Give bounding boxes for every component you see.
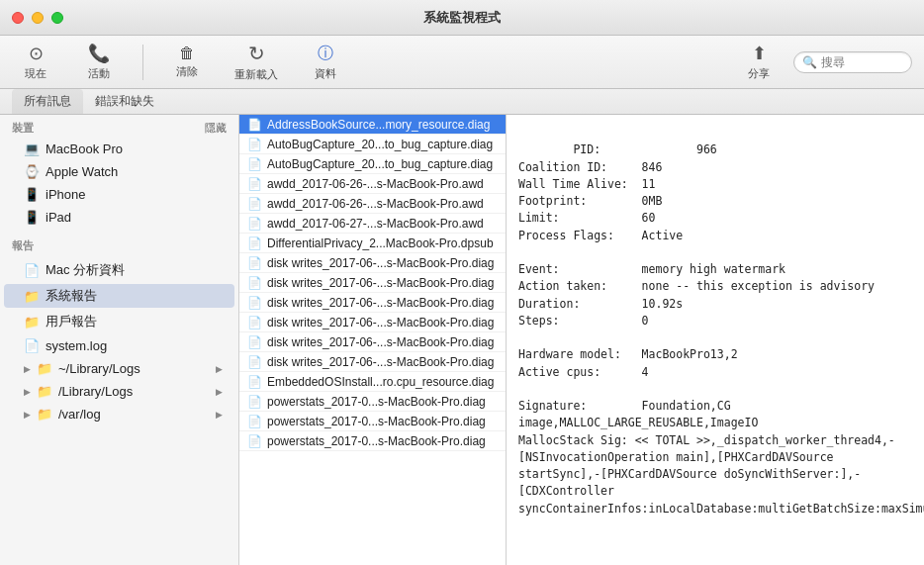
sidebar-library-logs-label: /Library/Logs [58, 384, 210, 399]
file-item-16[interactable]: 📄 powerstats_2017-0...s-MacBook-Pro.diag [239, 412, 506, 431]
minimize-button[interactable] [32, 12, 44, 24]
file-icon-16: 📄 [247, 415, 262, 428]
file-icon-8: 📄 [247, 256, 262, 270]
file-item-4[interactable]: 📄 awdd_2017-06-26-...s-MacBook-Pro.awd [239, 174, 506, 194]
window-controls [12, 12, 63, 24]
close-button[interactable] [12, 12, 24, 24]
library-logs-expand-icon: ▶ [24, 387, 31, 397]
sidebar-item-library-logs-user[interactable]: ▶ 📁 ~/Library/Logs [4, 358, 234, 379]
share-button[interactable]: ⬆ 分享 [740, 39, 778, 85]
file-name-15: powerstats_2017-0...s-MacBook-Pro.diag [267, 395, 486, 409]
content-area: 📄 AddressBookSource...mory_resource.diag… [239, 115, 924, 565]
sidebar-library-logs-user-label: ~/Library/Logs [58, 361, 210, 376]
file-icon-11: 📄 [247, 316, 262, 330]
file-icon-1: 📄 [247, 118, 262, 132]
activity-label: 活動 [88, 66, 110, 81]
file-name-12: disk writes_2017-06-...s-MacBook-Pro.dia… [267, 335, 494, 349]
sidebar-item-system-report[interactable]: 📁 系統報告 [4, 284, 234, 308]
file-name-13: disk writes_2017-06-...s-MacBook-Pro.dia… [267, 355, 494, 369]
sidebar-system-log-label: system.log [46, 338, 223, 353]
titlebar: 系統監視程式 [0, 0, 924, 36]
library-logs-user-expand-icon: ▶ [24, 364, 31, 374]
sidebar-var-log-label: /var/log [58, 407, 210, 422]
sidebar-item-library-logs[interactable]: ▶ 📁 /Library/Logs [4, 381, 234, 402]
search-box[interactable]: 🔍 [793, 51, 912, 73]
tab-all-messages[interactable]: 所有訊息 [12, 89, 83, 114]
library-logs-user-icon: 📁 [37, 361, 52, 376]
file-item-3[interactable]: 📄 AutoBugCapture_20...to_bug_capture.dia… [239, 154, 506, 174]
maximize-button[interactable] [51, 12, 63, 24]
file-icon-7: 📄 [247, 236, 262, 250]
file-name-16: powerstats_2017-0...s-MacBook-Pro.diag [267, 415, 486, 428]
clear-label: 清除 [176, 64, 198, 79]
reload-button[interactable]: ↻ 重新載入 [227, 38, 286, 86]
sidebar-item-ipad[interactable]: 📱 iPad [4, 207, 234, 228]
file-name-14: EmbeddedOSInstall...ro.cpu_resource.diag [267, 375, 494, 389]
file-item-11[interactable]: 📄 disk writes_2017-06-...s-MacBook-Pro.d… [239, 313, 506, 332]
system-log-icon: 📄 [24, 338, 40, 353]
file-item-9[interactable]: 📄 disk writes_2017-06-...s-MacBook-Pro.d… [239, 273, 506, 293]
sidebar-item-iphone[interactable]: 📱 iPhone [4, 184, 234, 205]
window-title: 系統監視程式 [423, 9, 501, 27]
file-item-14[interactable]: 📄 EmbeddedOSInstall...ro.cpu_resource.di… [239, 372, 506, 392]
search-input[interactable] [821, 55, 900, 69]
file-item-17[interactable]: 📄 powerstats_2017-0...s-MacBook-Pro.diag [239, 431, 506, 451]
sidebar-item-var-log[interactable]: ▶ 📁 /var/log [4, 404, 234, 424]
file-icon-9: 📄 [247, 276, 262, 290]
file-item-13[interactable]: 📄 disk writes_2017-06-...s-MacBook-Pro.d… [239, 352, 506, 372]
file-item-1[interactable]: 📄 AddressBookSource...mory_resource.diag [239, 115, 506, 135]
file-item-2[interactable]: 📄 AutoBugCapture_20...to_bug_capture.dia… [239, 135, 506, 154]
ipad-icon: 📱 [24, 210, 40, 225]
now-button[interactable]: ⊙ 現在 [12, 39, 59, 85]
file-item-6[interactable]: 📄 awdd_2017-06-27-...s-MacBook-Pro.awd [239, 214, 506, 234]
file-icon-6: 📄 [247, 217, 262, 231]
file-name-9: disk writes_2017-06-...s-MacBook-Pro.dia… [267, 276, 494, 290]
sidebar-item-macbook[interactable]: 💻 MacBook Pro [4, 139, 234, 159]
sidebar-system-report-label: 系統報告 [46, 287, 223, 305]
sidebar-item-apple-watch[interactable]: ⌚ Apple Watch [4, 161, 234, 182]
sidebar-mac-analysis-label: Mac 分析資料 [46, 261, 223, 279]
file-name-10: disk writes_2017-06-...s-MacBook-Pro.dia… [267, 296, 494, 310]
file-icon-17: 📄 [247, 434, 262, 448]
sidebar: 裝置 隱藏 💻 MacBook Pro ⌚ Apple Watch 📱 iPho… [0, 115, 239, 565]
reload-icon: ↻ [248, 42, 265, 65]
sidebar-col-hide: 隱藏 [205, 121, 227, 136]
toolbar-separator-1 [142, 45, 143, 80]
user-report-icon: 📁 [24, 315, 40, 330]
sidebar-ipad-label: iPad [46, 210, 223, 225]
now-icon: ⊙ [29, 43, 44, 64]
file-name-8: disk writes_2017-06-...s-MacBook-Pro.dia… [267, 256, 494, 270]
library-logs-icon: 📁 [37, 384, 52, 399]
share-icon: ⬆ [752, 43, 767, 64]
file-name-7: DifferentialPrivacy_2...MacBook-Pro.dpsu… [267, 236, 494, 250]
now-label: 現在 [25, 66, 46, 81]
activity-button[interactable]: 📞 活動 [75, 39, 123, 85]
sidebar-section-reports: 報告 [0, 229, 238, 257]
file-name-17: powerstats_2017-0...s-MacBook-Pro.diag [267, 434, 486, 448]
sidebar-item-system-log[interactable]: 📄 system.log [4, 335, 234, 356]
file-name-1: AddressBookSource...mory_resource.diag [267, 118, 490, 132]
file-item-8[interactable]: 📄 disk writes_2017-06-...s-MacBook-Pro.d… [239, 253, 506, 273]
file-item-15[interactable]: 📄 powerstats_2017-0...s-MacBook-Pro.diag [239, 392, 506, 412]
sidebar-section-devices: 裝置 [12, 121, 34, 136]
file-icon-4: 📄 [247, 177, 262, 191]
sidebar-item-user-report[interactable]: 📁 用戶報告 [4, 310, 234, 333]
file-item-12[interactable]: 📄 disk writes_2017-06-...s-MacBook-Pro.d… [239, 332, 506, 352]
tab-errors[interactable]: 錯誤和缺失 [83, 89, 166, 114]
file-name-5: awdd_2017-06-26-...s-MacBook-Pro.awd [267, 197, 484, 211]
sidebar-item-mac-analysis[interactable]: 📄 Mac 分析資料 [4, 258, 234, 282]
file-item-5[interactable]: 📄 awdd_2017-06-26-...s-MacBook-Pro.awd [239, 194, 506, 214]
info-button[interactable]: ⓘ 資料 [302, 40, 349, 85]
file-item-7[interactable]: 📄 DifferentialPrivacy_2...MacBook-Pro.dp… [239, 234, 506, 253]
clear-button[interactable]: 🗑 清除 [163, 41, 211, 83]
sidebar-apple-watch-label: Apple Watch [46, 164, 223, 179]
file-name-4: awdd_2017-06-26-...s-MacBook-Pro.awd [267, 177, 484, 191]
reload-label: 重新載入 [234, 67, 278, 82]
file-icon-10: 📄 [247, 296, 262, 310]
file-name-6: awdd_2017-06-27-...s-MacBook-Pro.awd [267, 217, 484, 231]
main-content: 裝置 隱藏 💻 MacBook Pro ⌚ Apple Watch 📱 iPho… [0, 115, 924, 565]
file-item-10[interactable]: 📄 disk writes_2017-06-...s-MacBook-Pro.d… [239, 293, 506, 313]
macbook-icon: 💻 [24, 141, 40, 156]
var-log-icon: 📁 [37, 407, 52, 422]
file-list: 📄 AddressBookSource...mory_resource.diag… [239, 115, 507, 565]
